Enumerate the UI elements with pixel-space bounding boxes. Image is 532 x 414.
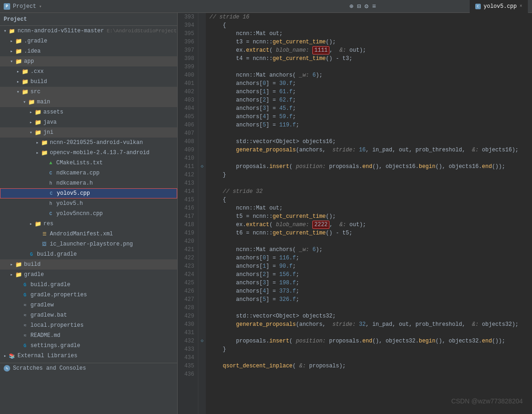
gutter-405	[198, 113, 206, 121]
tree-item-settings-gradle[interactable]: G settings.gradle	[0, 341, 177, 351]
gutter-406	[198, 121, 206, 129]
lib-icon: 📚	[8, 353, 16, 359]
ln-427: 427	[179, 295, 194, 304]
gutter-401	[198, 79, 206, 88]
add-icon[interactable]: ⊕	[349, 2, 353, 10]
jni-label: jni	[43, 129, 54, 136]
gutter-419	[198, 229, 206, 237]
tree-item-idea[interactable]: ▸ 📁 .idea	[0, 46, 177, 56]
tree-item-androidmanifest[interactable]: ☰ AndroidManifest.xml	[0, 229, 177, 239]
gutter-411[interactable]: ◇	[198, 162, 206, 171]
code-line-400: ncnn::Mat anchors( _w: 6);	[209, 71, 523, 79]
watermark: CSDN @wzw773828204	[451, 397, 523, 405]
tree-item-gradlew[interactable]: ≈ gradlew	[0, 300, 177, 310]
ln-403: 403	[179, 96, 194, 104]
tree-item-res[interactable]: ▸ 📁 res	[0, 219, 177, 229]
tree-item-src[interactable]: ▾ 📁 src	[0, 87, 177, 97]
ln-408: 408	[179, 138, 194, 146]
gutter-404	[198, 104, 206, 113]
code-editor[interactable]: 393 394 395 396 397 398 399 400 401 402 …	[178, 13, 532, 414]
gutter-413	[198, 179, 206, 187]
code-line-423: anchors[1] = 90.f;	[209, 262, 523, 270]
h-yolov5-icon: h	[47, 200, 54, 207]
tab-filename: yolov5.cpp	[484, 3, 517, 10]
gutter-415	[198, 196, 206, 204]
gutter-429	[198, 312, 206, 320]
folder-java-icon: 📁	[34, 119, 42, 126]
tree-item-ndkcamera-h[interactable]: h ndkcamera.h	[0, 178, 177, 188]
tree-item-yolov5ncnn-cpp[interactable]: C yolov5ncnn.cpp	[0, 209, 177, 219]
gutter-430	[198, 320, 206, 329]
gutter-418	[198, 221, 206, 229]
tree-item-yolov5-h[interactable]: h yolov5.h	[0, 198, 177, 209]
tree-item-assets[interactable]: ▸ 📁 assets	[0, 107, 177, 117]
build-gradle-label: build.gradle	[30, 282, 70, 288]
code-line-414: // stride 32	[209, 187, 523, 196]
tree-item-java[interactable]: ▸ 📁 java	[0, 117, 177, 127]
arrow-assets: ▸	[28, 109, 34, 115]
tree-item-main[interactable]: ▾ 📁 main	[0, 97, 177, 107]
tree-item-build-top[interactable]: ▸ 📁 build	[0, 259, 177, 270]
tree-item-yolov5-cpp[interactable]: C yolov5.cpp	[0, 188, 177, 198]
ln-396: 396	[179, 38, 194, 46]
tree-item-ndkcamera-cpp[interactable]: C ndkcamera.cpp	[0, 168, 177, 178]
project-label[interactable]: Project	[13, 3, 36, 10]
tab-close-button[interactable]: ×	[520, 4, 522, 9]
menu-icon[interactable]: ≡	[372, 3, 376, 10]
code-line-407	[209, 129, 523, 138]
project-icon: P	[4, 3, 10, 10]
minus-icon[interactable]: ⊟	[357, 2, 361, 10]
ln-425: 425	[179, 279, 194, 287]
gradle-props-icon: G	[21, 292, 29, 298]
tree-item-build-app[interactable]: ▸ 📁 build	[0, 77, 177, 87]
tree-item-gradle-props[interactable]: G gradle.properties	[0, 290, 177, 300]
ln-415: 415	[179, 196, 194, 204]
folder-res-icon: 📁	[34, 221, 42, 227]
assets-label: assets	[43, 109, 63, 115]
gradle-buildapp-icon: G	[28, 251, 35, 258]
ln-422: 422	[179, 254, 194, 262]
tree-item-jni[interactable]: ▾ 📁 jni	[0, 127, 177, 138]
arrow-gradle: ▸	[8, 38, 15, 44]
tree-item-ncnn-vulkan[interactable]: ▸ 📁 ncnn-20210525-android-vulkan	[0, 138, 177, 148]
tree-item-external-libs[interactable]: ▸ 📚 External Libraries	[0, 351, 177, 361]
scratches-label: Scratches and Consoles	[13, 365, 86, 372]
tree-item-readme[interactable]: ≈ README.md	[0, 330, 177, 341]
tab-yolov5-cpp[interactable]: C yolov5.cpp ×	[470, 0, 528, 13]
ln-434: 434	[179, 354, 194, 362]
tree-item-app[interactable]: ▾ 📁 app	[0, 56, 177, 66]
code-line-424: anchors[2] = 156.f;	[209, 270, 523, 279]
gutter-432[interactable]: ◇	[198, 337, 206, 345]
tree-root[interactable]: ▾ 📁 ncnn-android-v5lite-master E:\Androi…	[0, 26, 177, 36]
gutter-421	[198, 246, 206, 254]
tree-item-cxx[interactable]: ▸ 📁 .cxx	[0, 66, 177, 77]
arrow-app: ▾	[8, 59, 15, 64]
xml-manifest-icon: ☰	[41, 231, 48, 237]
tree-item-gradle-dir[interactable]: ▸ 📁 gradle	[0, 270, 177, 280]
code-content[interactable]: // stride 16 { ncnn::Mat out; t3 = ncnn:…	[206, 13, 532, 414]
tree-item-local-props[interactable]: ≈ local.properties	[0, 320, 177, 330]
gutter-408	[198, 138, 206, 146]
tree-item-gradlew-bat[interactable]: ≈ gradlew.bat	[0, 310, 177, 320]
code-line-404: anchors[3] = 45.f;	[209, 104, 523, 113]
tree-item-ic-launcher[interactable]: 🖼 ic_launcher-playstore.png	[0, 239, 177, 249]
gutter-394	[198, 21, 206, 30]
ln-417: 417	[179, 212, 194, 221]
gutter-402	[198, 88, 206, 96]
ln-423: 423	[179, 262, 194, 270]
tree-item-gradle[interactable]: ▸ 📁 .gradle	[0, 36, 177, 46]
arrow-root: ▾	[2, 28, 8, 34]
tree-item-opencv[interactable]: ▸ 📁 opencv-mobile-2.4.13.7-android	[0, 148, 177, 158]
settings-icon[interactable]: ⚙	[365, 2, 368, 10]
tree-item-cmakelists[interactable]: ▲ CMakeLists.txt	[0, 158, 177, 168]
tree-item-build-gradle[interactable]: G build.gradle	[0, 280, 177, 290]
code-line-413	[209, 179, 523, 187]
gutter-422	[198, 254, 206, 262]
project-dropdown-arrow[interactable]: ▾	[39, 4, 42, 9]
folder-jni-icon: 📁	[34, 129, 42, 136]
scratches-and-consoles[interactable]: ✎ Scratches and Consoles	[0, 363, 177, 373]
tree-item-build-gradle-app[interactable]: G build.gradle	[0, 249, 177, 259]
ln-412: 412	[179, 171, 194, 179]
h-ndkcam-icon: h	[47, 180, 54, 186]
code-line-429: std::vector<Object> objects32;	[209, 312, 523, 320]
